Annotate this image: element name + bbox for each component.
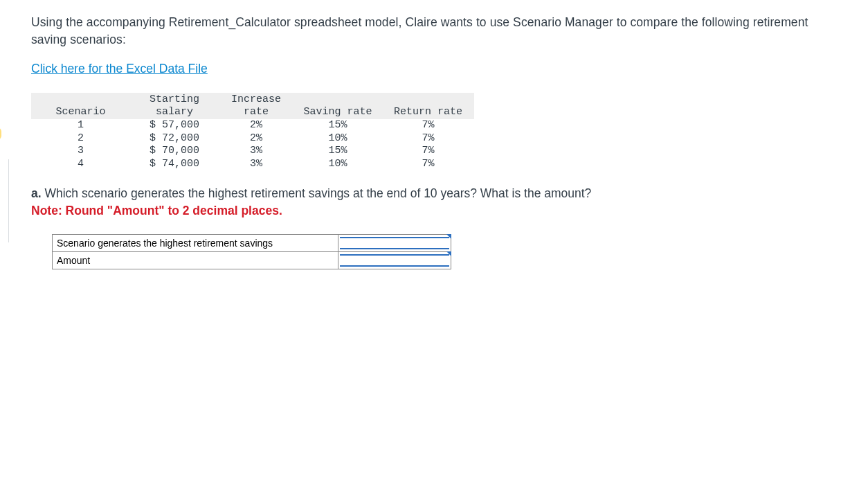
header-salary-l2: salary bbox=[156, 106, 193, 118]
cell-salary: $ 72,000 bbox=[130, 132, 219, 145]
answer-table: Scenario generates the highest retiremen… bbox=[52, 234, 451, 269]
scenario-answer-input[interactable] bbox=[340, 237, 449, 249]
header-saving: Saving rate bbox=[293, 93, 382, 119]
cell-saving: 10% bbox=[293, 132, 382, 145]
answer-input-cell bbox=[338, 251, 451, 269]
question-tag: a. bbox=[31, 186, 42, 200]
cell-increase: 2% bbox=[219, 119, 293, 132]
page-left-divider bbox=[8, 159, 10, 242]
cell-salary: $ 57,000 bbox=[130, 119, 219, 132]
header-salary: Starting salary bbox=[130, 93, 219, 119]
cell-return: 7% bbox=[382, 158, 474, 171]
answer-row-label: Scenario generates the highest retiremen… bbox=[53, 234, 338, 251]
intro-paragraph: Using the accompanying Retirement_Calcul… bbox=[31, 14, 840, 49]
table-row: 4 $ 74,000 3% 10% 7% bbox=[31, 158, 474, 171]
cell-return: 7% bbox=[382, 119, 474, 132]
cell-increase: 2% bbox=[219, 132, 293, 145]
cell-scenario: 4 bbox=[31, 158, 130, 171]
question-note: Note: Round "Amount" to 2 decimal places… bbox=[31, 204, 282, 217]
table-row: 3 $ 70,000 3% 15% 7% bbox=[31, 145, 474, 158]
cell-salary: $ 74,000 bbox=[130, 158, 219, 171]
question-text: Which scenario generates the highest ret… bbox=[42, 186, 592, 200]
cell-scenario: 1 bbox=[31, 119, 130, 132]
amount-answer-input[interactable] bbox=[340, 254, 449, 267]
cell-saving: 10% bbox=[293, 158, 382, 171]
corner-indicator-icon bbox=[446, 234, 451, 239]
page-left-marker bbox=[0, 127, 1, 140]
header-saving-text: Saving rate bbox=[303, 106, 372, 118]
cell-salary: $ 70,000 bbox=[130, 145, 219, 158]
cell-saving: 15% bbox=[293, 145, 382, 158]
table-row: 1 $ 57,000 2% 15% 7% bbox=[31, 119, 474, 132]
cell-scenario: 3 bbox=[31, 145, 130, 158]
cell-scenario: 2 bbox=[31, 132, 130, 145]
cell-return: 7% bbox=[382, 145, 474, 158]
cell-increase: 3% bbox=[219, 158, 293, 171]
cell-return: 7% bbox=[382, 132, 474, 145]
cell-saving: 15% bbox=[293, 119, 382, 132]
header-salary-l1: Starting bbox=[150, 94, 199, 105]
header-increase: Increase rate bbox=[219, 93, 293, 119]
header-scenario: Scenario bbox=[31, 93, 130, 119]
corner-indicator-icon bbox=[446, 251, 451, 256]
question-block: a. Which scenario generates the highest … bbox=[31, 185, 840, 220]
scenario-table: Scenario Starting salary Increase rate S… bbox=[31, 93, 474, 171]
header-return: Return rate bbox=[382, 93, 474, 119]
answer-row-label: Amount bbox=[53, 251, 338, 269]
table-row: 2 $ 72,000 2% 10% 7% bbox=[31, 132, 474, 145]
header-increase-l2: rate bbox=[244, 106, 269, 118]
excel-file-link[interactable]: Click here for the Excel Data File bbox=[31, 62, 208, 76]
answer-input-cell bbox=[338, 234, 451, 251]
header-increase-l1: Increase bbox=[231, 94, 281, 105]
header-scenario-l2: Scenario bbox=[55, 106, 105, 118]
header-return-text: Return rate bbox=[394, 106, 462, 118]
cell-increase: 3% bbox=[219, 145, 293, 158]
